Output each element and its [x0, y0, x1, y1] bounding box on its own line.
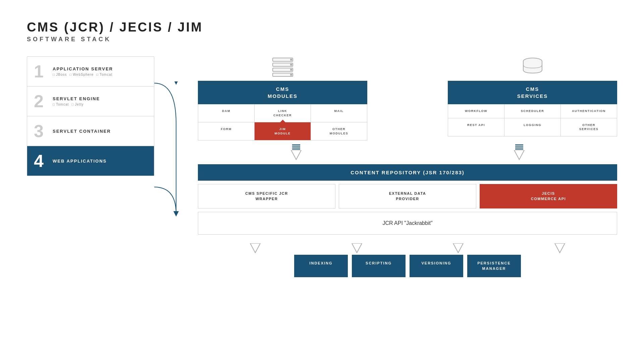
bottom-arrow-1 — [249, 243, 262, 253]
svg-point-8 — [290, 74, 292, 76]
bottom-box: PERSISTENCE MANAGER — [467, 255, 521, 277]
stack-number: 3 — [34, 122, 47, 140]
repo-sub-panel: CMS SPECIFIC JCR WRAPPER — [198, 184, 335, 208]
stack-number: 1 — [34, 63, 47, 80]
stack-label: APPLICATION SERVER — [53, 66, 115, 71]
bottom-arrows-row — [198, 242, 617, 255]
jcr-api: JCR API "Jackrabbit" — [198, 212, 617, 235]
panel-cell: OTHER MODULES — [311, 122, 367, 140]
sublabel: Tomcat — [96, 73, 112, 76]
content-repo-section: CONTENT REPOSITORY (JSR 170/283) CMS SPE… — [198, 164, 617, 235]
cms-services-grid: WORKFLOWSCHEDULERAUTHENTICATIONREST APIL… — [448, 104, 617, 136]
repo-sub-panel: EXTERNAL DATA PROVIDER — [339, 184, 476, 208]
bottom-arrow-4 — [553, 243, 567, 253]
stack-label: WEB APPLICATIONS — [53, 159, 107, 164]
panel-row: WORKFLOWSCHEDULERAUTHENTICATION — [448, 104, 617, 118]
server-icon — [198, 56, 367, 78]
stack-item-2: 2 SERVLET ENGINE TomcatJetty — [27, 86, 154, 116]
top-panels: CMS MODULES DAMLINK CHECKERMAILFORMJIM M… — [198, 56, 617, 140]
panel-cell: OTHER SERVICES — [561, 118, 617, 136]
stack-sublabels: JBossWebSphereTomcat — [53, 73, 115, 76]
svg-rect-2 — [273, 63, 293, 66]
panel-cell: MAIL — [311, 104, 367, 122]
repo-sub-panels: CMS SPECIFIC JCR WRAPPEREXTERNAL DATA PR… — [198, 184, 617, 208]
stack-number: 4 — [34, 152, 47, 170]
svg-rect-3 — [273, 68, 293, 71]
panel-cell: WORKFLOW — [448, 104, 504, 118]
bottom-box: VERSIONING — [410, 255, 463, 277]
stack-number: 2 — [34, 93, 47, 110]
panel-cell: REST API — [448, 118, 504, 136]
svg-point-5 — [290, 59, 292, 61]
panel-row: REST APILOGGINGOTHER SERVICES — [448, 118, 617, 136]
svg-rect-1 — [273, 58, 293, 61]
svg-point-7 — [290, 69, 292, 71]
cms-modules-panel: CMS MODULES DAMLINK CHECKERMAILFORMJIM M… — [198, 56, 367, 140]
stack-item-4: 4 WEB APPLICATIONS — [27, 146, 154, 176]
svg-marker-12 — [250, 243, 260, 253]
svg-marker-10 — [291, 150, 301, 160]
svg-marker-14 — [453, 243, 463, 253]
svg-rect-4 — [273, 73, 293, 76]
svg-marker-11 — [514, 150, 524, 160]
panel-row: FORMJIM MODULEOTHER MODULES — [198, 122, 367, 140]
panel-cell: AUTHENTICATION — [561, 104, 617, 118]
cms-services-header: CMS SERVICES — [448, 81, 617, 104]
sublabel: JBoss — [53, 73, 67, 76]
down-arrows-row — [198, 144, 617, 160]
main-title: CMS (JCR) / JECIS / JIM — [27, 20, 617, 35]
left-stack: 1 APPLICATION SERVER JBossWebSphereTomca… — [27, 56, 154, 176]
repo-sub-panel: JECIS COMMERCE API — [480, 184, 617, 208]
right-area: CMS MODULES DAMLINK CHECKERMAILFORMJIM M… — [198, 56, 617, 277]
svg-marker-15 — [555, 243, 565, 253]
database-icon — [448, 56, 617, 78]
svg-marker-13 — [352, 243, 362, 253]
panel-cell: JIM MODULE — [255, 122, 311, 140]
bottom-section: INDEXINGSCRIPTINGVERSIONINGPERSISTENCE M… — [198, 242, 617, 277]
stack-item-3: 3 SERVLET CONTAINER — [27, 116, 154, 146]
modules-down-arrow — [198, 144, 394, 160]
diagram-container: 1 APPLICATION SERVER JBossWebSphereTomca… — [27, 56, 617, 277]
cms-modules-grid: DAMLINK CHECKERMAILFORMJIM MODULEOTHER M… — [198, 104, 367, 140]
bottom-boxes: INDEXINGSCRIPTINGVERSIONINGPERSISTENCE M… — [198, 255, 617, 277]
stack-sublabels: TomcatJetty — [53, 103, 100, 106]
page: CMS (JCR) / JECIS / JIM SOFTWARE STACK 1… — [0, 0, 644, 362]
bottom-arrow-3 — [451, 243, 465, 253]
stack-item-1: 1 APPLICATION SERVER JBossWebSphereTomca… — [27, 57, 154, 86]
cms-modules-header: CMS MODULES — [198, 81, 367, 104]
panel-cell: DAM — [198, 104, 255, 122]
content-repo-header: CONTENT REPOSITORY (JSR 170/283) — [198, 164, 617, 181]
panel-cell: FORM — [198, 122, 255, 140]
bottom-box: INDEXING — [294, 255, 348, 277]
services-down-arrow — [421, 144, 617, 160]
bottom-arrow-2 — [350, 243, 364, 253]
stack-label: SERVLET CONTAINER — [53, 129, 111, 134]
panel-cell: SCHEDULER — [504, 104, 561, 118]
svg-marker-0 — [174, 81, 178, 85]
sublabel: Jetty — [71, 103, 84, 106]
stack-label: SERVLET ENGINE — [53, 96, 100, 101]
sub-title: SOFTWARE STACK — [27, 36, 617, 43]
bottom-box: SCRIPTING — [352, 255, 406, 277]
cms-services-panel: CMS SERVICES WORKFLOWSCHEDULERAUTHENTICA… — [448, 56, 617, 136]
svg-point-6 — [290, 64, 292, 66]
title-section: CMS (JCR) / JECIS / JIM SOFTWARE STACK — [27, 20, 617, 43]
sublabel: Tomcat — [53, 103, 69, 106]
sublabel: WebSphere — [69, 73, 94, 76]
panel-cell: LOGGING — [504, 118, 561, 136]
connector-svg — [154, 56, 198, 264]
